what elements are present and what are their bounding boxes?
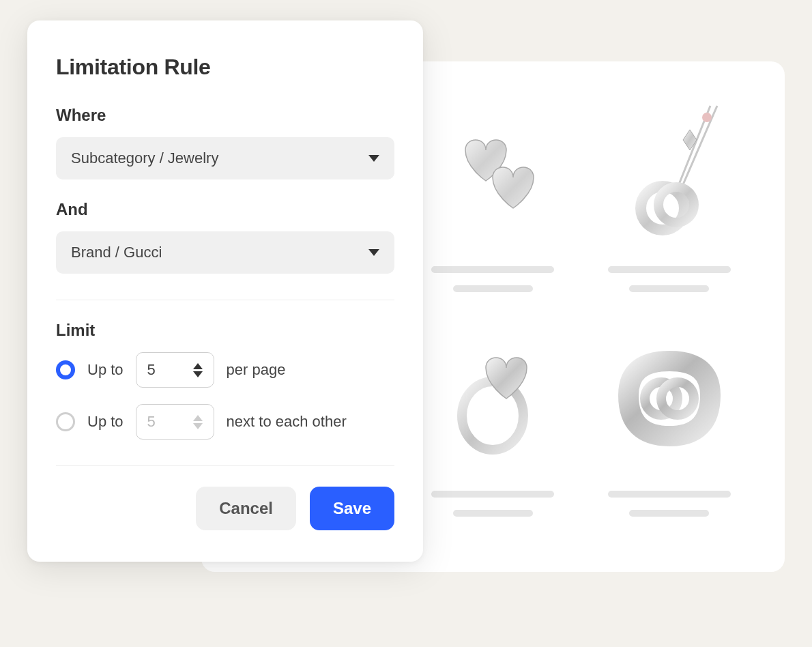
limitation-rule-dialog: Limitation Rule Where Subcategory / Jewe… <box>27 20 423 562</box>
radio-next-to[interactable] <box>56 412 75 431</box>
skeleton-line <box>608 491 731 498</box>
limit-next-to-row: Up to 5 next to each other <box>56 404 394 440</box>
divider <box>56 300 394 300</box>
product-image-heart-ring <box>431 327 554 470</box>
skeleton-line <box>608 266 731 273</box>
skeleton-line <box>629 510 709 517</box>
limit-suffix: per page <box>227 361 286 379</box>
divider <box>56 465 394 466</box>
next-to-value: 5 <box>147 413 156 431</box>
product-image-heart-earrings <box>431 102 554 246</box>
caret-down-icon <box>368 155 379 162</box>
stepper-down-icon[interactable] <box>193 423 203 429</box>
and-dropdown-value: Brand / Gucci <box>71 244 162 261</box>
caret-down-icon <box>368 249 379 256</box>
limit-prefix: Up to <box>87 413 124 431</box>
limit-prefix: Up to <box>87 361 124 379</box>
limit-suffix: next to each other <box>227 413 347 431</box>
per-page-value: 5 <box>147 361 156 379</box>
skeleton-line <box>453 285 533 292</box>
stepper-up-icon[interactable] <box>193 415 203 421</box>
and-dropdown[interactable]: Brand / Gucci <box>56 231 394 274</box>
next-to-stepper[interactable]: 5 <box>136 404 214 440</box>
dialog-title: Limitation Rule <box>56 55 394 80</box>
skeleton-line <box>629 285 709 292</box>
product-image-pendant-necklace <box>608 102 731 246</box>
skeleton-line <box>431 266 554 273</box>
limit-label: Limit <box>56 321 394 340</box>
stepper-up-icon[interactable] <box>193 363 203 369</box>
cancel-button[interactable]: Cancel <box>196 487 296 530</box>
where-label: Where <box>56 106 394 125</box>
product-card <box>418 102 567 306</box>
skeleton-line <box>431 491 554 498</box>
product-image-interlock-ring <box>608 327 731 470</box>
where-dropdown[interactable]: Subcategory / Jewelry <box>56 137 394 179</box>
per-page-stepper[interactable]: 5 <box>136 352 214 388</box>
save-button[interactable]: Save <box>310 487 394 530</box>
product-card <box>418 327 567 531</box>
and-label: And <box>56 200 394 219</box>
dialog-footer: Cancel Save <box>56 487 394 530</box>
skeleton-line <box>453 510 533 517</box>
svg-point-0 <box>702 113 712 122</box>
radio-per-page[interactable] <box>56 360 75 379</box>
stepper-down-icon[interactable] <box>193 371 203 377</box>
where-dropdown-value: Subcategory / Jewelry <box>71 149 218 167</box>
limit-per-page-row: Up to 5 per page <box>56 352 394 388</box>
product-card <box>595 327 744 531</box>
product-card <box>595 102 744 306</box>
